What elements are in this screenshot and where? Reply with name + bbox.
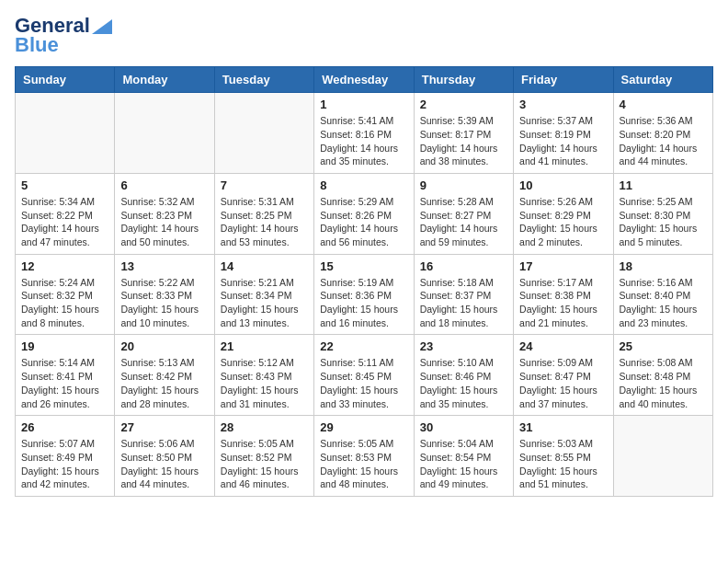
calendar-cell: 10Sunrise: 5:26 AMSunset: 8:29 PMDayligh… — [514, 173, 613, 254]
calendar-cell: 5Sunrise: 5:34 AMSunset: 8:22 PMDaylight… — [16, 173, 115, 254]
day-info: Sunrise: 5:10 AMSunset: 8:46 PMDaylight:… — [420, 356, 507, 410]
calendar-cell: 7Sunrise: 5:31 AMSunset: 8:25 PMDaylight… — [214, 173, 313, 254]
calendar-cell: 11Sunrise: 5:25 AMSunset: 8:30 PMDayligh… — [613, 173, 712, 254]
calendar-cell — [613, 416, 712, 497]
day-info: Sunrise: 5:21 AMSunset: 8:34 PMDaylight:… — [221, 276, 308, 330]
calendar-cell: 24Sunrise: 5:09 AMSunset: 8:47 PMDayligh… — [514, 335, 613, 416]
day-number: 20 — [120, 339, 208, 353]
svg-marker-0 — [92, 19, 112, 34]
day-number: 10 — [519, 178, 607, 192]
day-number: 1 — [320, 98, 407, 111]
calendar-cell — [115, 93, 214, 174]
day-number: 16 — [420, 259, 507, 273]
day-number: 24 — [519, 339, 607, 353]
day-number: 21 — [221, 339, 308, 353]
day-number: 19 — [21, 339, 108, 353]
day-number: 25 — [620, 339, 707, 353]
calendar-header-saturday: Saturday — [613, 67, 712, 93]
day-info: Sunrise: 5:18 AMSunset: 8:37 PMDaylight:… — [420, 276, 507, 330]
calendar-header-sunday: Sunday — [16, 67, 115, 93]
day-number: 12 — [21, 259, 108, 273]
day-number: 27 — [120, 420, 208, 434]
calendar-table: SundayMondayTuesdayWednesdayThursdayFrid… — [15, 66, 713, 497]
calendar-cell: 22Sunrise: 5:11 AMSunset: 8:45 PMDayligh… — [314, 335, 414, 416]
calendar-cell: 14Sunrise: 5:21 AMSunset: 8:34 PMDayligh… — [214, 254, 313, 335]
day-info: Sunrise: 5:03 AMSunset: 8:55 PMDaylight:… — [519, 437, 607, 491]
calendar-week-4: 19Sunrise: 5:14 AMSunset: 8:41 PMDayligh… — [16, 335, 713, 416]
day-info: Sunrise: 5:17 AMSunset: 8:38 PMDaylight:… — [519, 276, 607, 330]
day-number: 22 — [320, 339, 407, 353]
calendar-cell: 1Sunrise: 5:41 AMSunset: 8:16 PMDaylight… — [314, 93, 414, 174]
calendar-cell: 28Sunrise: 5:05 AMSunset: 8:52 PMDayligh… — [214, 416, 313, 497]
calendar-cell: 20Sunrise: 5:13 AMSunset: 8:42 PMDayligh… — [115, 335, 214, 416]
calendar-cell: 16Sunrise: 5:18 AMSunset: 8:37 PMDayligh… — [414, 254, 513, 335]
calendar-cell: 17Sunrise: 5:17 AMSunset: 8:38 PMDayligh… — [514, 254, 613, 335]
calendar-cell: 15Sunrise: 5:19 AMSunset: 8:36 PMDayligh… — [314, 254, 414, 335]
calendar-cell: 9Sunrise: 5:28 AMSunset: 8:27 PMDaylight… — [414, 173, 513, 254]
day-number: 26 — [21, 420, 108, 434]
calendar-cell: 23Sunrise: 5:10 AMSunset: 8:46 PMDayligh… — [414, 335, 513, 416]
calendar-cell: 12Sunrise: 5:24 AMSunset: 8:32 PMDayligh… — [16, 254, 115, 335]
day-info: Sunrise: 5:34 AMSunset: 8:22 PMDaylight:… — [21, 195, 108, 249]
logo: General Blue — [15, 15, 112, 57]
logo-icon — [92, 19, 112, 34]
day-info: Sunrise: 5:09 AMSunset: 8:47 PMDaylight:… — [519, 356, 607, 410]
logo-blue: Blue — [15, 33, 59, 57]
calendar-cell: 19Sunrise: 5:14 AMSunset: 8:41 PMDayligh… — [16, 335, 115, 416]
day-info: Sunrise: 5:24 AMSunset: 8:32 PMDaylight:… — [21, 276, 108, 330]
day-info: Sunrise: 5:19 AMSunset: 8:36 PMDaylight:… — [320, 276, 407, 330]
calendar-week-5: 26Sunrise: 5:07 AMSunset: 8:49 PMDayligh… — [16, 416, 713, 497]
calendar-cell: 8Sunrise: 5:29 AMSunset: 8:26 PMDaylight… — [314, 173, 414, 254]
calendar-cell: 4Sunrise: 5:36 AMSunset: 8:20 PMDaylight… — [613, 93, 712, 174]
day-info: Sunrise: 5:37 AMSunset: 8:19 PMDaylight:… — [519, 114, 607, 168]
day-info: Sunrise: 5:32 AMSunset: 8:23 PMDaylight:… — [120, 195, 208, 249]
calendar-cell: 30Sunrise: 5:04 AMSunset: 8:54 PMDayligh… — [414, 416, 513, 497]
day-number: 3 — [519, 98, 607, 111]
calendar-cell — [214, 93, 313, 174]
calendar-header-friday: Friday — [514, 67, 613, 93]
day-number: 5 — [21, 178, 108, 192]
day-info: Sunrise: 5:41 AMSunset: 8:16 PMDaylight:… — [320, 114, 407, 168]
day-info: Sunrise: 5:05 AMSunset: 8:53 PMDaylight:… — [320, 437, 407, 491]
day-info: Sunrise: 5:14 AMSunset: 8:41 PMDaylight:… — [21, 356, 108, 410]
calendar-cell: 18Sunrise: 5:16 AMSunset: 8:40 PMDayligh… — [613, 254, 712, 335]
calendar-cell: 2Sunrise: 5:39 AMSunset: 8:17 PMDaylight… — [414, 93, 513, 174]
day-info: Sunrise: 5:16 AMSunset: 8:40 PMDaylight:… — [620, 276, 707, 330]
day-info: Sunrise: 5:06 AMSunset: 8:50 PMDaylight:… — [120, 437, 208, 491]
calendar-week-2: 5Sunrise: 5:34 AMSunset: 8:22 PMDaylight… — [16, 173, 713, 254]
calendar-cell: 13Sunrise: 5:22 AMSunset: 8:33 PMDayligh… — [115, 254, 214, 335]
day-info: Sunrise: 5:29 AMSunset: 8:26 PMDaylight:… — [320, 195, 407, 249]
day-number: 15 — [320, 259, 407, 273]
day-info: Sunrise: 5:22 AMSunset: 8:33 PMDaylight:… — [120, 276, 208, 330]
day-info: Sunrise: 5:11 AMSunset: 8:45 PMDaylight:… — [320, 356, 407, 410]
day-number: 6 — [120, 178, 208, 192]
day-info: Sunrise: 5:36 AMSunset: 8:20 PMDaylight:… — [620, 114, 707, 168]
calendar-header-row: SundayMondayTuesdayWednesdayThursdayFrid… — [16, 67, 713, 93]
day-number: 17 — [519, 259, 607, 273]
calendar-header-wednesday: Wednesday — [314, 67, 414, 93]
day-number: 4 — [620, 98, 707, 111]
day-number: 9 — [420, 178, 507, 192]
day-info: Sunrise: 5:31 AMSunset: 8:25 PMDaylight:… — [221, 195, 308, 249]
day-info: Sunrise: 5:12 AMSunset: 8:43 PMDaylight:… — [221, 356, 308, 410]
page-header: General Blue — [15, 15, 713, 57]
calendar-cell: 29Sunrise: 5:05 AMSunset: 8:53 PMDayligh… — [314, 416, 414, 497]
day-number: 31 — [519, 420, 607, 434]
calendar-cell: 3Sunrise: 5:37 AMSunset: 8:19 PMDaylight… — [514, 93, 613, 174]
day-number: 2 — [420, 98, 507, 111]
calendar-header-thursday: Thursday — [414, 67, 513, 93]
day-number: 23 — [420, 339, 507, 353]
day-info: Sunrise: 5:13 AMSunset: 8:42 PMDaylight:… — [120, 356, 208, 410]
day-number: 7 — [221, 178, 308, 192]
day-number: 30 — [420, 420, 507, 434]
day-info: Sunrise: 5:07 AMSunset: 8:49 PMDaylight:… — [21, 437, 108, 491]
calendar-week-3: 12Sunrise: 5:24 AMSunset: 8:32 PMDayligh… — [16, 254, 713, 335]
day-info: Sunrise: 5:39 AMSunset: 8:17 PMDaylight:… — [420, 114, 507, 168]
day-number: 29 — [320, 420, 407, 434]
calendar-cell: 6Sunrise: 5:32 AMSunset: 8:23 PMDaylight… — [115, 173, 214, 254]
calendar-cell: 26Sunrise: 5:07 AMSunset: 8:49 PMDayligh… — [16, 416, 115, 497]
day-info: Sunrise: 5:28 AMSunset: 8:27 PMDaylight:… — [420, 195, 507, 249]
day-info: Sunrise: 5:26 AMSunset: 8:29 PMDaylight:… — [519, 195, 607, 249]
day-info: Sunrise: 5:04 AMSunset: 8:54 PMDaylight:… — [420, 437, 507, 491]
calendar-header-monday: Monday — [115, 67, 214, 93]
